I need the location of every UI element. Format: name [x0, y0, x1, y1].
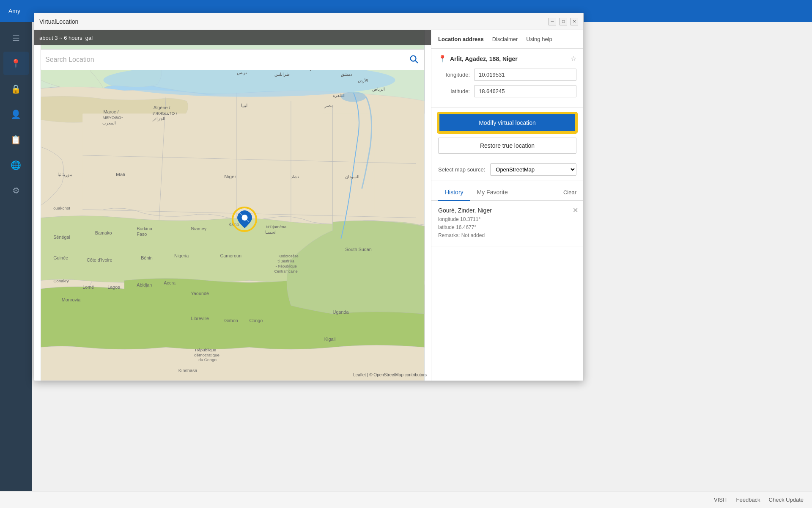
dialog-content: about 3 ~ 6 hours gal	[34, 30, 583, 381]
dialog-controls: ─ □ ✕	[549, 18, 578, 25]
svg-text:انجمينا: انجمينا	[265, 230, 277, 235]
map-source-label: Select map source:	[438, 166, 485, 173]
svg-line-1	[415, 61, 417, 63]
svg-text:Niger: Niger	[224, 174, 236, 179]
history-item-title: Gouré, Zinder, Niger	[438, 207, 576, 214]
restore-true-location-button[interactable]: Restore true location	[438, 138, 576, 154]
map-source-row: Select map source: OpenStreetMap	[431, 159, 583, 180]
svg-text:الجزائر: الجزائر	[152, 116, 165, 121]
svg-text:Yaoundé: Yaoundé	[191, 291, 209, 296]
longitude-label: longitude:	[438, 72, 470, 78]
modify-virtual-location-button[interactable]: Modify virtual location	[438, 113, 576, 133]
svg-text:Monrovia: Monrovia	[62, 297, 81, 302]
sidebar-item-security[interactable]: 🔒	[3, 77, 29, 100]
svg-text:المغرب: المغرب	[102, 121, 116, 126]
search-input[interactable]	[45, 56, 407, 64]
svg-text:السودان: السودان	[345, 174, 359, 179]
svg-text:démocratique: démocratique	[194, 353, 219, 357]
maximize-button[interactable]: □	[560, 18, 567, 25]
svg-text:N'Djaména: N'Djaména	[266, 224, 287, 229]
app-title: Amy	[8, 8, 20, 14]
favorite-star-icon[interactable]: ☆	[571, 55, 576, 63]
visit-button[interactable]: VISIT	[714, 497, 728, 503]
tab-using-help[interactable]: Using help	[526, 36, 552, 44]
right-panel: Location address Disclaimer Using help 📍…	[431, 30, 583, 381]
virtual-location-dialog: VirtualLocation ─ □ ✕ about 3 ~ 6 hours …	[34, 13, 584, 381]
sidebar-item-profile[interactable]: 👤	[3, 102, 29, 126]
minimize-button[interactable]: ─	[549, 18, 556, 25]
location-info: 📍 Arlit, Agadez, 188, Niger ☆ longitude:…	[431, 49, 583, 108]
sidebar-item-network[interactable]: 🌐	[3, 153, 29, 177]
svg-text:دمشق: دمشق	[341, 72, 352, 77]
svg-text:Kinshasa: Kinshasa	[178, 368, 198, 373]
svg-text:Niamey: Niamey	[191, 226, 206, 231]
latitude-row: latitude:	[438, 85, 576, 97]
check-update-button[interactable]: Check Update	[769, 497, 804, 503]
history-item-latitude: latitude 16.4677°	[438, 224, 576, 232]
svg-text:Accra: Accra	[164, 280, 176, 285]
sidebar-item-clipboard[interactable]: 📋	[3, 128, 29, 151]
longitude-row: longitude:	[438, 69, 576, 81]
bottom-bar: VISIT Feedback Check Update	[0, 491, 812, 508]
svg-text:Guinée: Guinée	[53, 255, 68, 260]
tab-disclaimer[interactable]: Disclaimer	[492, 36, 518, 44]
search-bar	[41, 49, 425, 70]
svg-text:Maroc /: Maroc /	[103, 109, 119, 114]
svg-text:Congo: Congo	[249, 318, 263, 323]
svg-text:Bamako: Bamako	[95, 230, 112, 235]
history-item-remarks: Remarks: Not added	[438, 232, 576, 240]
time-estimate: about 3 ~ 6 hours	[39, 35, 82, 41]
svg-text:الأردن: الأردن	[358, 78, 368, 83]
svg-text:Conakry: Conakry	[53, 279, 69, 283]
svg-text:Lagos: Lagos	[107, 284, 120, 290]
svg-text:Côte d'Ivoire: Côte d'Ivoire	[87, 257, 112, 262]
history-item-longitude: longitude 10.3711°	[438, 215, 576, 224]
svg-text:Nigeria: Nigeria	[174, 253, 189, 258]
svg-text:Abidjan: Abidjan	[137, 282, 152, 287]
svg-text:Faso: Faso	[137, 232, 147, 237]
svg-text:ИЖЖж.ʟ†О /: ИЖЖж.ʟ†О /	[153, 111, 177, 116]
history-item-close-button[interactable]: ✕	[573, 206, 578, 214]
map-pin[interactable]	[232, 207, 257, 232]
search-button[interactable]	[407, 52, 420, 67]
svg-text:Bénin: Bénin	[141, 255, 153, 260]
pin-circle	[232, 207, 257, 232]
tab-my-favorite[interactable]: My Favorite	[470, 185, 515, 201]
latitude-input[interactable]	[474, 85, 576, 97]
svg-text:تونس: تونس	[237, 70, 247, 75]
svg-text:ليبيا: ليبيا	[241, 103, 247, 108]
svg-text:Algérie /: Algérie /	[154, 105, 171, 110]
sidebar-item-location[interactable]: 📍	[3, 52, 29, 75]
svg-text:طرابلس: طرابلس	[274, 72, 290, 77]
svg-text:South Sudan: South Sudan	[345, 247, 372, 252]
svg-text:موريتانيا: موريتانيا	[58, 172, 72, 177]
sidebar-item-menu[interactable]: ☰	[3, 26, 29, 50]
location-name-row: 📍 Arlit, Agadez, 188, Niger ☆	[438, 55, 576, 63]
map-area: about 3 ~ 6 hours gal	[34, 30, 431, 381]
map-source-select[interactable]: OpenStreetMap	[490, 163, 576, 176]
svg-text:Lomé: Lomé	[82, 284, 94, 290]
location-pin-icon: 📍	[438, 55, 447, 63]
feedback-button[interactable]: Feedback	[736, 497, 760, 503]
history-item: Gouré, Zinder, Niger longitude 10.3711° …	[431, 201, 583, 246]
svg-text:Sénégal: Sénégal	[53, 235, 70, 240]
svg-text:- République: - République	[276, 264, 297, 268]
svg-text:Uganda: Uganda	[333, 309, 349, 315]
svg-text:الرياض: الرياض	[372, 87, 385, 92]
sidebar-item-settings[interactable]: ⚙	[3, 179, 29, 202]
map-svg[interactable]: Maroc / MEYOΘO* المغرب Algérie / ИЖЖж.ʟ†…	[34, 30, 431, 381]
svg-text:Libreville: Libreville	[191, 316, 209, 321]
tab-history[interactable]: History	[438, 185, 470, 201]
svg-text:ouakchot: ouakchot	[53, 206, 70, 210]
location-name: Arlit, Agadez, 188, Niger	[450, 55, 567, 62]
tab-location-address[interactable]: Location address	[438, 36, 484, 44]
history-tabs: History My Favorite Clear	[431, 180, 583, 201]
svg-text:ti Bèafrika: ti Bèafrika	[277, 259, 294, 263]
longitude-input[interactable]	[474, 69, 576, 81]
svg-point-71	[341, 92, 366, 102]
map-header: about 3 ~ 6 hours gal	[34, 30, 431, 45]
panel-tabs: Location address Disclaimer Using help	[431, 30, 583, 49]
clear-button[interactable]: Clear	[563, 186, 576, 200]
close-button[interactable]: ✕	[571, 18, 578, 25]
left-sidebar: ☰ 📍 🔒 👤 📋 🌐 ⚙	[0, 22, 32, 491]
